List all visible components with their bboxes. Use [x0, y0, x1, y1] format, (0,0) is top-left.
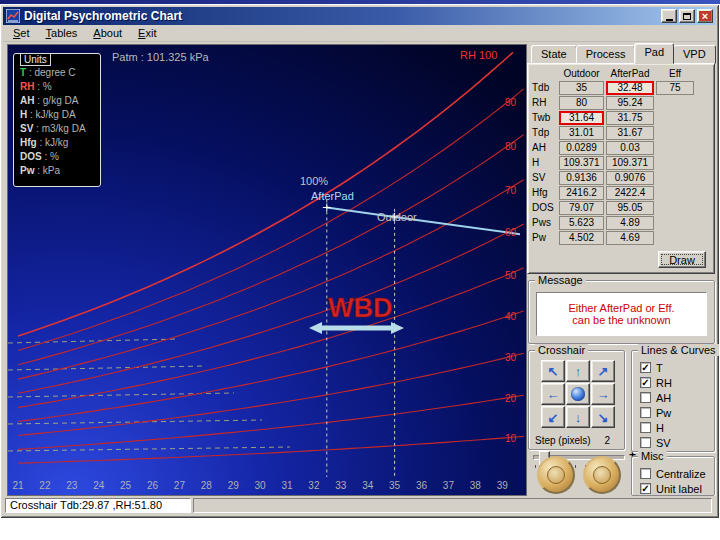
afterpad-label: AfterPad — [311, 190, 354, 202]
menu-item-about[interactable]: About — [85, 26, 130, 40]
units-row: AH : g/kg DA — [20, 95, 98, 109]
move-down-left-icon: ↙ — [548, 411, 559, 424]
cell-outdoor-h[interactable]: 109.371 — [559, 156, 604, 170]
rh-edge-label: 50 — [505, 270, 517, 281]
move-down-icon: ↓ — [575, 411, 582, 424]
checkbox-icon[interactable]: ✓ — [640, 483, 651, 494]
cell-afterpad-dos[interactable]: 95.05 — [606, 201, 654, 215]
step-row: Step (pixels) 2 — [535, 435, 620, 446]
units-unit: : kJ/kg DA — [27, 109, 75, 120]
cell-afterpad-h[interactable]: 109.371 — [606, 156, 654, 170]
tab-vpd[interactable]: VPD — [673, 45, 716, 64]
crosshair-move-down-right-button[interactable]: ↘ — [591, 406, 615, 428]
menu-item-set[interactable]: Set — [5, 26, 38, 40]
tab-state[interactable]: State — [531, 45, 577, 64]
units-symbol: SV — [20, 123, 33, 134]
title-bar: Digital Psychrometric Chart × — [3, 7, 716, 25]
cell-outdoor-sv[interactable]: 0.9136 — [559, 171, 604, 185]
crosshair-move-down-left-button[interactable]: ↙ — [541, 406, 565, 428]
cell-outdoor-twb[interactable]: 31.64 — [559, 111, 604, 125]
row-label-h: H — [532, 156, 557, 170]
crosshair-move-up-left-button[interactable]: ↖ — [541, 360, 565, 382]
cell-outdoor-tdp[interactable]: 31.01 — [559, 126, 604, 140]
cell-afterpad-pws[interactable]: 4.89 — [606, 216, 654, 230]
close-button[interactable]: × — [697, 9, 713, 23]
checkbox-icon[interactable] — [640, 422, 651, 433]
units-row: Hfg : kJ/kg — [20, 137, 98, 151]
round-icon-button-2[interactable] — [583, 456, 621, 494]
cell-afterpad-rh[interactable]: 95.24 — [606, 96, 654, 110]
crosshair-move-up-right-button[interactable]: ↗ — [591, 360, 615, 382]
rh-edge-label: 30 — [505, 352, 517, 363]
cell-afterpad-tdp[interactable]: 31.67 — [606, 126, 654, 140]
checkbox-label: H — [656, 422, 664, 434]
curve-toggle-h[interactable]: H — [640, 420, 712, 435]
curve-toggle-t[interactable]: ✓T — [640, 360, 712, 375]
cell-afterpad-sv[interactable]: 0.9076 — [606, 171, 654, 185]
draw-button[interactable]: Draw — [658, 251, 706, 268]
minimize-button[interactable] — [661, 9, 677, 23]
units-row: RH : % — [20, 81, 98, 95]
globe-icon — [571, 387, 585, 401]
crosshair-move-down-button[interactable]: ↓ — [566, 406, 590, 428]
crosshair-center-globe-button[interactable] — [566, 383, 590, 405]
round-icon-button-1[interactable] — [537, 456, 575, 494]
checkbox-icon[interactable] — [640, 392, 651, 403]
cell-afterpad-twb[interactable]: 31.75 — [606, 111, 654, 125]
message-groupbox: Message Either AfterPad or Eff. can be t… — [528, 280, 715, 344]
crosshair-move-up-button[interactable]: ↑ — [566, 360, 590, 382]
units-unit: : g/kg DA — [34, 95, 78, 106]
cell-outdoor-hfg[interactable]: 2416.2 — [559, 186, 604, 200]
cell-outdoor-rh[interactable]: 80 — [559, 96, 604, 110]
curve-toggle-pw[interactable]: Pw — [640, 405, 712, 420]
menu-item-tables[interactable]: Tables — [38, 26, 86, 40]
step-label: Step (pixels) — [535, 435, 591, 446]
misc-toggle-unit-label[interactable]: ✓Unit label — [640, 481, 712, 496]
misc-toggle-centralize[interactable]: Centralize — [640, 466, 712, 481]
checkbox-icon[interactable] — [640, 468, 651, 479]
sat-100-label: 100% — [300, 175, 328, 187]
units-symbol: AH — [20, 95, 34, 106]
maximize-button[interactable] — [679, 9, 695, 23]
rh-edge-label: 80 — [505, 141, 517, 152]
cell-outdoor-tdb[interactable]: 35 — [559, 81, 604, 95]
lines-curves-title: Lines & Curves — [638, 344, 719, 356]
app-icon — [6, 9, 20, 23]
row-label-tdb: Tdb — [532, 81, 557, 95]
curve-toggle-rh[interactable]: ✓RH — [640, 375, 712, 390]
units-unit: : m3/kg DA — [33, 123, 85, 134]
cell-afterpad-tdb[interactable]: 32.48 — [606, 81, 654, 95]
checkbox-icon[interactable]: ✓ — [640, 362, 651, 373]
cell-outdoor-pws[interactable]: 5.623 — [559, 216, 604, 230]
crosshair-move-right-button[interactable]: → — [591, 383, 615, 405]
units-symbol: DOS — [20, 151, 42, 162]
table-row: Hfg2416.22422.4 — [532, 186, 714, 200]
checkbox-label: Pw — [656, 407, 671, 419]
units-unit: : degree C — [26, 67, 75, 78]
rh-100-label: RH 100 — [460, 49, 497, 61]
message-box: Either AfterPad or Eff. can be the unkno… — [536, 292, 707, 336]
tab-pad[interactable]: Pad — [634, 43, 674, 64]
curve-toggle-sv[interactable]: SV — [640, 435, 712, 450]
curve-toggle-ah[interactable]: AH — [640, 390, 712, 405]
crosshair-move-left-button[interactable]: ← — [541, 383, 565, 405]
cell-outdoor-dos[interactable]: 79.07 — [559, 201, 604, 215]
checkbox-label: T — [656, 362, 663, 374]
wbd-annotation: WBD — [328, 293, 392, 323]
checkbox-icon[interactable] — [640, 437, 651, 448]
cell-outdoor-ah[interactable]: 0.0289 — [559, 141, 604, 155]
tab-process[interactable]: Process — [576, 45, 636, 64]
checkbox-icon[interactable]: ✓ — [640, 377, 651, 388]
cell-eff-tdb[interactable]: 75 — [656, 81, 694, 95]
patm-label: Patm : 101.325 kPa — [112, 51, 209, 63]
x-axis-label: 23 — [66, 480, 78, 491]
checkbox-label: Unit label — [656, 483, 702, 495]
maximize-icon — [683, 13, 691, 20]
cell-afterpad-hfg[interactable]: 2422.4 — [606, 186, 654, 200]
app-window: Digital Psychrometric Chart × SetTablesA… — [0, 4, 719, 518]
menu-item-exit[interactable]: Exit — [130, 26, 164, 40]
checkbox-icon[interactable] — [640, 407, 651, 418]
cell-outdoor-pw[interactable]: 4.502 — [559, 231, 604, 245]
cell-afterpad-ah[interactable]: 0.03 — [606, 141, 654, 155]
cell-afterpad-pw[interactable]: 4.69 — [606, 231, 654, 245]
